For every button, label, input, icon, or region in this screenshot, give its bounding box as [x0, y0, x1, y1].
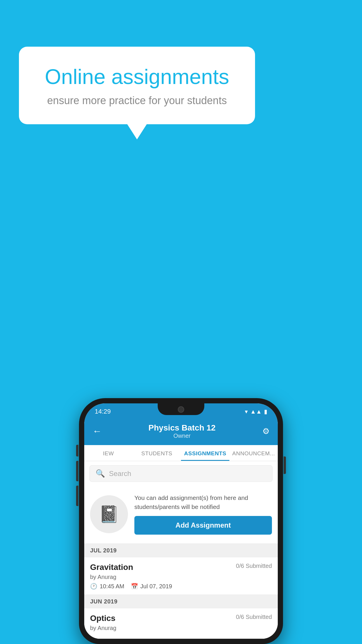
- assignment-by-gravitation: by Anurag: [90, 574, 272, 580]
- clock-icon: 🕐: [90, 583, 97, 590]
- front-camera: [178, 406, 184, 413]
- header-center: Physics Batch 12 Owner: [148, 423, 215, 439]
- assignment-by-optics: by Anurag: [90, 625, 272, 631]
- assignment-time: 🕐 10:45 AM: [90, 583, 124, 590]
- settings-button[interactable]: ⚙: [262, 426, 270, 436]
- assignment-row-top-optics: Optics 0/6 Submitted: [90, 614, 272, 623]
- search-placeholder: Search: [109, 470, 131, 478]
- phone-mockup: 14:29 ▾ ▲▲ ▮ ← Physics Batch 12 Owner ⚙ …: [79, 398, 283, 644]
- add-assignment-button[interactable]: Add Assignment: [134, 516, 272, 535]
- assignment-name-gravitation: Gravitation: [90, 563, 133, 572]
- silent-button: [76, 486, 78, 506]
- assignment-meta-gravitation: 🕐 10:45 AM 📅 Jul 07, 2019: [90, 583, 272, 590]
- tab-overview[interactable]: IEW: [84, 445, 133, 461]
- bubble-subtitle: ensure more practice for your students: [39, 94, 235, 107]
- speech-bubble: Online assignments ensure more practice …: [19, 47, 255, 124]
- volume-down-button: [76, 461, 78, 481]
- phone-notch: [158, 403, 204, 415]
- assignment-name-optics: Optics: [90, 614, 115, 623]
- tab-students[interactable]: STUDENTS: [133, 445, 181, 461]
- back-button[interactable]: ←: [92, 426, 102, 437]
- header-subtitle: Owner: [148, 433, 215, 439]
- tab-announcements[interactable]: ANNOUNCEM...: [229, 445, 278, 461]
- battery-icon: ▮: [264, 408, 267, 415]
- header-title: Physics Batch 12: [148, 423, 215, 433]
- status-icons: ▾ ▲▲ ▮: [245, 408, 267, 415]
- wifi-icon: ▾: [245, 408, 248, 415]
- assignment-item-gravitation[interactable]: Gravitation 0/6 Submitted by Anurag 🕐 10…: [84, 557, 278, 595]
- phone-outer: 14:29 ▾ ▲▲ ▮ ← Physics Batch 12 Owner ⚙ …: [79, 398, 283, 644]
- assignment-time-value: 10:45 AM: [100, 583, 124, 590]
- section-header-jul2019: JUL 2019: [84, 544, 278, 557]
- notebook-icon: 📓: [99, 505, 119, 524]
- calendar-icon: 📅: [131, 583, 138, 590]
- section-header-jun2019: JUN 2019: [84, 595, 278, 608]
- phone-screen: 14:29 ▾ ▲▲ ▮ ← Physics Batch 12 Owner ⚙ …: [84, 403, 278, 639]
- app-header: ← Physics Batch 12 Owner ⚙: [84, 419, 278, 445]
- add-assignment-right: You can add assignment(s) from here and …: [134, 494, 272, 535]
- assignment-date: 📅 Jul 07, 2019: [131, 583, 172, 590]
- assignment-date-value: Jul 07, 2019: [140, 583, 172, 590]
- assignment-row-top: Gravitation 0/6 Submitted: [90, 563, 272, 572]
- add-assignment-section: 📓 You can add assignment(s) from here an…: [84, 486, 278, 544]
- volume-up-button: [76, 445, 78, 456]
- tab-assignments[interactable]: ASSIGNMENTS: [181, 445, 229, 461]
- speech-bubble-container: Online assignments ensure more practice …: [19, 47, 255, 124]
- signal-icon: ▲▲: [250, 408, 262, 415]
- status-time: 14:29: [95, 408, 111, 415]
- tabs-bar: IEW STUDENTS ASSIGNMENTS ANNOUNCEM...: [84, 445, 278, 461]
- search-container: 🔍 Search: [84, 461, 278, 486]
- assignment-submitted-gravitation: 0/6 Submitted: [236, 563, 272, 569]
- bubble-title: Online assignments: [39, 64, 235, 89]
- assignment-submitted-optics: 0/6 Submitted: [236, 614, 272, 620]
- assignment-item-optics[interactable]: Optics 0/6 Submitted by Anurag: [84, 608, 278, 639]
- search-icon: 🔍: [96, 469, 105, 478]
- assignment-icon-circle: 📓: [90, 495, 128, 533]
- search-bar[interactable]: 🔍 Search: [89, 465, 273, 482]
- add-assignment-description: You can add assignment(s) from here and …: [134, 494, 272, 511]
- power-button: [284, 456, 286, 474]
